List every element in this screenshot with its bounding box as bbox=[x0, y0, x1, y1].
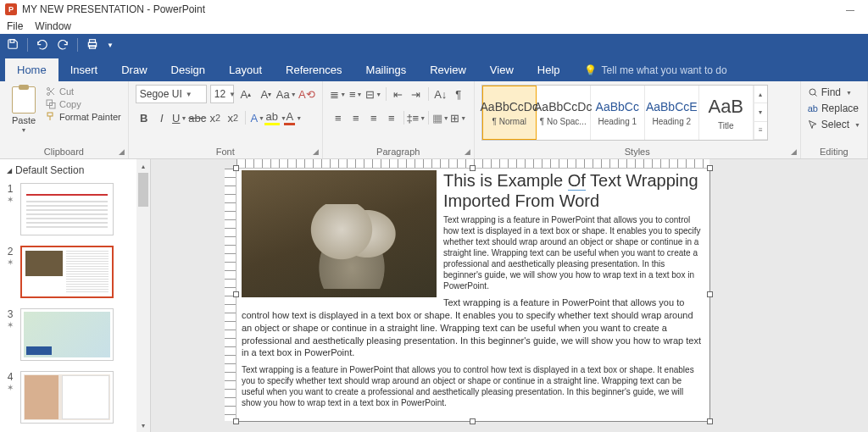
paragraph-launcher-icon[interactable]: ◢ bbox=[465, 147, 470, 156]
sort-icon[interactable]: A↓ bbox=[432, 85, 449, 103]
style-title[interactable]: AaBTitle bbox=[699, 86, 754, 140]
slide-canvas[interactable]: This is Example Of Text Wrapping Importe… bbox=[151, 159, 868, 432]
align-left-icon[interactable]: ≡ bbox=[330, 108, 347, 127]
workspace: ◢Default Section 1✶ 2✶ 3✶ 4✶ ▴▾ bbox=[0, 159, 868, 432]
bullets-icon[interactable]: ≣▼ bbox=[330, 85, 347, 103]
change-case-icon[interactable]: Aa▼ bbox=[278, 85, 295, 103]
tab-design[interactable]: Design bbox=[159, 58, 217, 81]
select-button[interactable]: Select▼ bbox=[808, 119, 860, 130]
svg-point-5 bbox=[47, 93, 50, 96]
format-painter-button[interactable]: Format Painter bbox=[46, 112, 121, 122]
app-icon: P bbox=[5, 3, 17, 15]
menu-window[interactable]: Window bbox=[35, 20, 71, 32]
align-right-icon[interactable]: ≡ bbox=[365, 108, 382, 127]
tab-home[interactable]: Home bbox=[5, 58, 58, 81]
thumbnail-2[interactable]: 2✶ bbox=[0, 244, 150, 307]
tab-review[interactable]: Review bbox=[418, 58, 478, 81]
thumbnail-1[interactable]: 1✶ bbox=[0, 181, 150, 244]
quick-access-toolbar: ▼ bbox=[0, 34, 868, 56]
panel-scrollbar[interactable]: ▴▾ bbox=[136, 159, 150, 432]
lightbulb-icon: 💡 bbox=[584, 64, 597, 76]
menu-file[interactable]: File bbox=[7, 20, 23, 32]
superscript-icon[interactable]: x2 bbox=[225, 108, 242, 127]
decrease-indent-icon[interactable]: ⇤ bbox=[390, 85, 407, 103]
group-paragraph: ≣▼ ≡▼ ⊟▼ ⇤ ⇥ A↓ ¶ ≡ ≡ ≡ ≡ ‡≡▼ ▦▼ ⊞▼ bbox=[323, 81, 475, 158]
gallery-scroll[interactable]: ▴▾≡ bbox=[754, 86, 767, 140]
styles-group-label: Styles bbox=[625, 147, 650, 157]
svg-line-12 bbox=[815, 94, 817, 97]
undo-icon[interactable] bbox=[36, 38, 48, 53]
svg-rect-10 bbox=[47, 113, 53, 116]
clipboard-icon bbox=[12, 86, 36, 114]
title-bar: P MY NEW PRESENTATION - PowerPoint — bbox=[0, 0, 868, 19]
clear-formatting-icon[interactable]: A⟲ bbox=[298, 85, 315, 103]
group-font: Segoe UI▼ 12▼ A▴ A▾ Aa▼ A⟲ B I U▼ abc x2… bbox=[129, 81, 323, 158]
grow-font-icon[interactable]: A▴ bbox=[237, 85, 254, 103]
tab-mailings[interactable]: Mailings bbox=[354, 58, 419, 81]
show-marks-icon[interactable]: ¶ bbox=[450, 85, 467, 103]
style-no-spacing[interactable]: AaBbCcDc¶ No Spac... bbox=[537, 86, 591, 140]
tell-me-label: Tell me what you want to do bbox=[602, 64, 727, 76]
doc-paragraph-2: Text wrapping is a feature in PowerPoint… bbox=[242, 296, 704, 359]
font-name-combo[interactable]: Segoe UI▼ bbox=[136, 85, 207, 103]
cut-button[interactable]: Cut bbox=[46, 86, 121, 97]
slide-thumbnails-panel: ◢Default Section 1✶ 2✶ 3✶ 4✶ ▴▾ bbox=[0, 159, 151, 432]
shading-icon[interactable]: ▦▼ bbox=[432, 108, 449, 127]
tab-help[interactable]: Help bbox=[526, 58, 572, 81]
tab-insert[interactable]: Insert bbox=[58, 58, 110, 81]
tab-draw[interactable]: Draw bbox=[109, 58, 159, 81]
strikethrough-icon[interactable]: abc bbox=[189, 108, 206, 127]
thumbnail-4[interactable]: 4✶ bbox=[0, 369, 150, 432]
underline-icon[interactable]: U▼ bbox=[171, 108, 188, 127]
bold-icon[interactable]: B bbox=[136, 108, 153, 127]
paste-label: Paste bbox=[12, 115, 36, 125]
svg-point-11 bbox=[810, 89, 815, 95]
multilevel-list-icon[interactable]: ⊟▼ bbox=[365, 85, 382, 103]
paste-button[interactable]: Paste ▼ bbox=[7, 85, 41, 135]
style-heading-1[interactable]: AaBbCcHeading 1 bbox=[591, 86, 645, 140]
print-icon[interactable] bbox=[86, 38, 98, 53]
find-button[interactable]: Find▼ bbox=[808, 86, 860, 98]
tab-references[interactable]: References bbox=[274, 58, 353, 81]
redo-icon[interactable] bbox=[57, 38, 69, 53]
group-editing: Find▼ abReplace Select▼ Editing bbox=[801, 81, 868, 158]
clipboard-launcher-icon[interactable]: ◢ bbox=[119, 147, 125, 156]
numbering-icon[interactable]: ≡▼ bbox=[348, 85, 364, 103]
qat-more-icon[interactable]: ▼ bbox=[107, 42, 114, 49]
highlight-icon[interactable]: ab▼ bbox=[267, 108, 284, 127]
style-normal[interactable]: AaBbCcDc¶ Normal bbox=[482, 86, 537, 140]
thumbnail-3[interactable]: 3✶ bbox=[0, 307, 150, 369]
shrink-font-icon[interactable]: A▾ bbox=[258, 85, 275, 103]
embedded-word-object[interactable]: This is Example Of Text Wrapping Importe… bbox=[236, 168, 710, 422]
align-center-icon[interactable]: ≡ bbox=[348, 108, 364, 127]
section-header[interactable]: ◢Default Section bbox=[0, 159, 150, 181]
copy-button[interactable]: Copy bbox=[46, 99, 121, 109]
styles-launcher-icon[interactable]: ◢ bbox=[791, 147, 797, 156]
font-group-label: Font bbox=[216, 147, 235, 157]
clipboard-group-label: Clipboard bbox=[44, 147, 84, 157]
lemur-image bbox=[242, 170, 437, 297]
save-icon[interactable] bbox=[7, 38, 19, 53]
font-launcher-icon[interactable]: ◢ bbox=[313, 147, 319, 156]
styles-gallery[interactable]: AaBbCcDc¶ Normal AaBbCcDc¶ No Spac... Aa… bbox=[481, 85, 768, 141]
svg-rect-0 bbox=[10, 39, 14, 42]
svg-point-4 bbox=[47, 88, 50, 91]
minimize-button[interactable]: — bbox=[837, 5, 863, 14]
tab-view[interactable]: View bbox=[478, 58, 526, 81]
font-size-combo[interactable]: 12▼ bbox=[210, 85, 234, 103]
borders-icon[interactable]: ⊞▼ bbox=[450, 108, 467, 127]
menu-bar: File Window bbox=[0, 19, 868, 34]
subscript-icon[interactable]: x2 bbox=[207, 108, 224, 127]
font-color-icon[interactable]: A▼ bbox=[285, 108, 302, 127]
line-spacing-icon[interactable]: ‡≡▼ bbox=[408, 108, 425, 127]
ribbon-tabs: Home Insert Draw Design Layout Reference… bbox=[0, 56, 868, 81]
tab-layout[interactable]: Layout bbox=[217, 58, 274, 81]
italic-icon[interactable]: I bbox=[153, 108, 170, 127]
justify-icon[interactable]: ≡ bbox=[383, 108, 400, 127]
replace-button[interactable]: abReplace bbox=[808, 102, 860, 114]
increase-indent-icon[interactable]: ⇥ bbox=[408, 85, 425, 103]
tell-me-search[interactable]: 💡 Tell me what you want to do bbox=[572, 59, 739, 81]
paragraph-group-label: Paragraph bbox=[376, 147, 420, 157]
editing-group-label: Editing bbox=[820, 147, 849, 157]
style-heading-2[interactable]: AaBbCcEHeading 2 bbox=[645, 86, 699, 140]
